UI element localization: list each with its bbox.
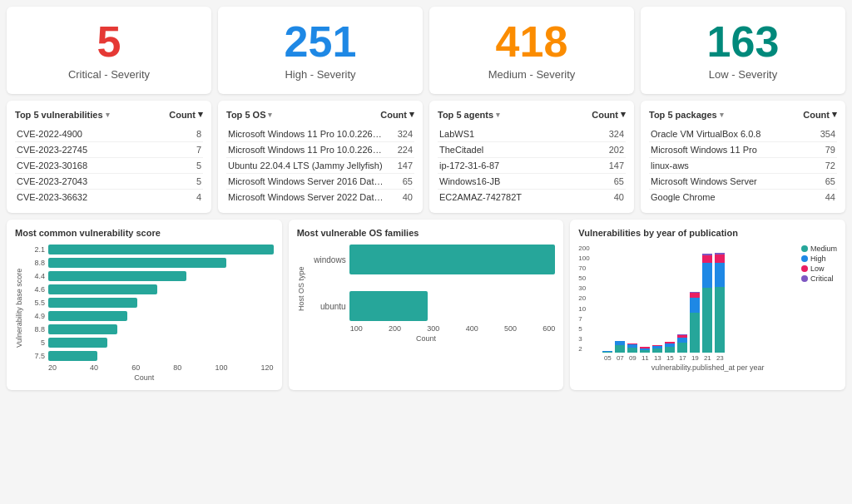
table-row: Microsoft Windows 11 Pro 10.0.22631.3737… bbox=[226, 142, 414, 158]
table-cell-count: 40 bbox=[592, 190, 626, 205]
year-seg-medium bbox=[690, 313, 700, 353]
table-cell-count: 202 bbox=[592, 142, 626, 158]
table-cell-name: Microsoft Windows Server 2016 Datacenter… bbox=[226, 174, 385, 190]
year-seg-medium bbox=[615, 345, 625, 353]
table-row: Microsoft Windows Server 2022 Datacenter… bbox=[226, 190, 414, 205]
year-y-label: 100 bbox=[578, 254, 589, 262]
table-cell-name: Microsoft Windows 11 Pro bbox=[649, 142, 808, 158]
table-cell-name: Ubuntu 22.04.4 LTS (Jammy Jellyfish) bbox=[226, 158, 385, 174]
tables-row: Top 5 vulnerabilities ▾ Count ▾ CVE-2022… bbox=[7, 101, 845, 213]
year-x-label: 07 bbox=[614, 354, 626, 362]
year-y-label: 200 bbox=[578, 245, 589, 252]
hbar-y-label: 2.1 bbox=[27, 245, 45, 254]
year-y-label: 2 bbox=[578, 345, 589, 353]
year-x-title: vulnerability.published_at per year bbox=[578, 363, 837, 372]
year-col bbox=[701, 254, 713, 353]
year-col bbox=[664, 342, 676, 353]
hbar-bar bbox=[48, 271, 186, 281]
table-row: CVE-2023-30168 5 bbox=[15, 158, 203, 174]
dashboard: 5 Critical - Severity 251 High - Severit… bbox=[0, 0, 852, 397]
year-x-label: 17 bbox=[676, 354, 688, 362]
year-col bbox=[639, 347, 651, 353]
table-cell-name: linux-aws bbox=[649, 158, 808, 174]
table-row: CVE-2023-36632 4 bbox=[15, 190, 203, 205]
table-cell-name: CVE-2022-4900 bbox=[15, 126, 184, 142]
year-col bbox=[689, 292, 701, 353]
chevron-down-icon-count: ▾ bbox=[621, 109, 626, 120]
table-cell-name: Oracle VM VirtualBox 6.0.8 bbox=[649, 126, 808, 142]
table-cell-name: CVE-2023-22745 bbox=[15, 142, 184, 158]
year-col bbox=[651, 345, 663, 353]
table-panel-os: Top 5 OS ▾ Count ▾ Microsoft Windows 11 … bbox=[218, 101, 423, 213]
year-seg-medium bbox=[627, 348, 637, 353]
hbar-row: 5.5 bbox=[27, 298, 274, 308]
hbar-row: 2.1 bbox=[27, 245, 274, 254]
year-seg-medium bbox=[602, 352, 612, 353]
year-col bbox=[676, 334, 688, 353]
hbar-x-label: 100 bbox=[215, 363, 227, 372]
hbar-y-label: 7.5 bbox=[27, 352, 45, 360]
chevron-down-icon: ▾ bbox=[496, 111, 500, 119]
hbar-x-label: 120 bbox=[261, 363, 274, 372]
hbar-x-label: 60 bbox=[131, 363, 140, 372]
table-title: Top 5 packages ▾ bbox=[649, 110, 724, 120]
os-family-x-title: Count bbox=[297, 334, 556, 343]
table-header: Top 5 agents ▾ Count ▾ bbox=[438, 109, 626, 120]
critical-number: 5 bbox=[20, 20, 198, 63]
hbar-row: 8.8 bbox=[27, 324, 274, 334]
year-seg-medium bbox=[652, 348, 662, 353]
os-family-title: Most vulnerable OS families bbox=[297, 228, 556, 238]
hbar-row: 4.6 bbox=[27, 284, 274, 294]
year-x-label: 13 bbox=[651, 354, 663, 362]
osfam-y-label: windows bbox=[309, 255, 346, 264]
table-title: Top 5 vulnerabilities ▾ bbox=[15, 110, 110, 120]
table-panel-vulnerabilities: Top 5 vulnerabilities ▾ Count ▾ CVE-2022… bbox=[7, 101, 211, 213]
hbar-row: 4.4 bbox=[27, 271, 274, 281]
chevron-down-icon-count: ▾ bbox=[198, 109, 203, 120]
table-title: Top 5 OS ▾ bbox=[226, 110, 272, 120]
table-header: Top 5 OS ▾ Count ▾ bbox=[226, 109, 414, 120]
year-y-label: 5 bbox=[578, 325, 589, 333]
year-seg-medium bbox=[677, 343, 687, 353]
data-table: CVE-2022-4900 8 CVE-2023-22745 7 CVE-202… bbox=[15, 126, 203, 205]
table-row: CVE-2022-4900 8 bbox=[15, 126, 203, 142]
table-header: Top 5 vulnerabilities ▾ Count ▾ bbox=[15, 109, 203, 120]
hbar-y-label: 8.8 bbox=[27, 325, 45, 334]
table-cell-name: Microsoft Windows Server bbox=[649, 174, 808, 190]
chevron-down-icon-count: ▾ bbox=[409, 109, 414, 120]
low-number: 163 bbox=[654, 20, 832, 63]
year-seg-low bbox=[715, 254, 725, 263]
table-cell-name: EC2AMAZ-742782T bbox=[438, 190, 592, 205]
year-chart: Vulnerabilities by year of publication M… bbox=[570, 220, 845, 390]
hbar-y-label: 4.9 bbox=[27, 312, 45, 320]
high-number: 251 bbox=[231, 20, 409, 63]
hbar-x-label: 20 bbox=[48, 363, 57, 372]
hbar-y-label: 4.4 bbox=[27, 272, 45, 280]
year-y-label: 20 bbox=[578, 294, 589, 302]
chevron-down-icon: ▾ bbox=[268, 111, 272, 119]
stat-cards-row: 5 Critical - Severity 251 High - Severit… bbox=[7, 7, 845, 94]
table-header: Top 5 packages ▾ Count ▾ bbox=[649, 109, 837, 120]
table-panel-agents: Top 5 agents ▾ Count ▾ LabWS1 324 TheCit… bbox=[429, 101, 634, 213]
table-cell-name: Windows16-JB bbox=[438, 174, 592, 190]
year-seg-high bbox=[702, 263, 712, 288]
table-cell-count: 44 bbox=[808, 190, 838, 205]
hbar-row: 4.9 bbox=[27, 311, 274, 321]
osfam-y-label: ubuntu bbox=[309, 302, 346, 311]
table-row: TheCitadel 202 bbox=[438, 142, 626, 158]
year-x-label: 09 bbox=[627, 354, 638, 362]
hbar-row: 5 bbox=[27, 338, 274, 348]
charts-row: Most common vulnerability score Vulnerab… bbox=[7, 220, 845, 390]
year-seg-low bbox=[702, 255, 712, 263]
table-row: CVE-2023-22745 7 bbox=[15, 142, 203, 158]
year-seg-medium bbox=[715, 287, 725, 353]
table-cell-count: 354 bbox=[808, 126, 838, 142]
hbar-bar bbox=[48, 284, 157, 294]
year-chart-title: Vulnerabilities by year of publication bbox=[578, 228, 837, 238]
medium-number: 418 bbox=[443, 20, 621, 63]
hbar-y-label: 8.8 bbox=[27, 259, 45, 267]
year-seg-high bbox=[690, 298, 700, 313]
year-seg-high bbox=[715, 263, 725, 288]
table-cell-name: CVE-2023-27043 bbox=[15, 174, 184, 190]
medium-label: Medium - Severity bbox=[443, 68, 621, 81]
